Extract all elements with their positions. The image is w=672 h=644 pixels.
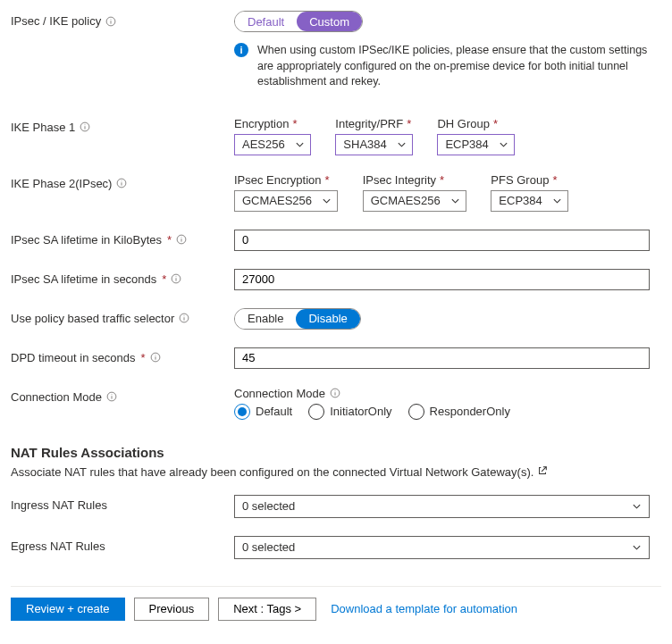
radio-icon [308, 404, 324, 420]
required-asterisk: * [167, 233, 172, 247]
phase2-label: IKE Phase 2(IPsec) [11, 177, 112, 190]
phase1-dhgroup-dropdown[interactable]: ECP384 [437, 134, 514, 155]
chevron-down-icon [632, 501, 642, 511]
phase1-encryption-dropdown[interactable]: AES256 [234, 134, 311, 155]
ingress-nat-dropdown[interactable]: 0 selected [234, 495, 650, 518]
phase2-encryption-value: GCMAES256 [242, 194, 312, 207]
conn-mode-responder[interactable]: ResponderOnly [408, 404, 510, 420]
traffic-selector-disable[interactable]: Disable [296, 309, 359, 329]
svg-point-4 [85, 124, 86, 125]
traffic-selector-label: Use policy based traffic selector [11, 312, 174, 325]
required-asterisk: * [325, 173, 330, 187]
phase1-dhgroup-label: DH Group [437, 117, 490, 130]
egress-nat-dropdown[interactable]: 0 selected [234, 536, 650, 559]
ipsec-policy-toggle[interactable]: Default Custom [234, 11, 363, 32]
required-asterisk: * [440, 173, 444, 187]
sa-sec-label: IPsec SA lifetime in seconds [11, 272, 156, 286]
info-bubble-icon: i [234, 43, 248, 57]
phase1-integrity-label: Integrity/PRF [335, 117, 403, 130]
info-icon[interactable] [115, 177, 128, 189]
svg-point-1 [111, 19, 112, 20]
phase1-encryption-label: Encryption [234, 117, 289, 130]
info-icon[interactable] [178, 312, 190, 324]
phase1-integrity-dropdown[interactable]: SHA384 [335, 134, 412, 155]
chevron-down-icon [450, 196, 460, 205]
svg-point-10 [181, 237, 182, 238]
review-create-button[interactable]: Review + create [11, 598, 125, 621]
phase2-integrity-dropdown[interactable]: GCMAES256 [363, 190, 466, 212]
phase1-label: IKE Phase 1 [11, 121, 75, 134]
nat-subtext: Associate NAT rules that have already be… [11, 465, 533, 479]
phase1-integrity-value: SHA384 [343, 138, 386, 151]
info-icon[interactable] [175, 233, 188, 246]
previous-button[interactable]: Previous [134, 598, 210, 621]
next-button[interactable]: Next : Tags > [218, 598, 316, 621]
svg-point-7 [122, 180, 122, 181]
ingress-nat-value: 0 selected [242, 499, 295, 513]
phase2-pfs-value: ECP384 [499, 194, 542, 207]
chevron-down-icon [295, 139, 305, 149]
phase1-encryption-value: AES256 [242, 138, 285, 151]
conn-mode-initiator-label: InitiatorOnly [330, 405, 391, 418]
sa-kb-input[interactable] [234, 230, 650, 251]
sa-kb-label: IPsec SA lifetime in KiloBytes [11, 233, 162, 247]
info-icon[interactable] [105, 15, 117, 28]
phase2-integrity-value: GCMAES256 [371, 194, 441, 207]
svg-point-22 [111, 394, 112, 395]
required-asterisk: * [493, 117, 498, 130]
info-icon[interactable] [170, 272, 182, 285]
phase2-pfs-dropdown[interactable]: ECP384 [491, 190, 567, 212]
download-template-link[interactable]: Download a template for automation [331, 602, 517, 615]
ingress-nat-label: Ingress NAT Rules [11, 498, 107, 512]
nat-heading: NAT Rules Associations [11, 445, 661, 460]
conn-mode-group-label: Connection Mode [234, 387, 325, 400]
chevron-down-icon [322, 196, 332, 205]
dpd-label: DPD timeout in seconds [11, 351, 135, 364]
info-icon[interactable] [79, 121, 91, 133]
svg-point-19 [155, 355, 155, 355]
traffic-selector-enable[interactable]: Enable [235, 309, 296, 329]
required-asterisk: * [162, 272, 166, 286]
info-icon[interactable] [329, 387, 341, 399]
ipsec-policy-info: When using custom IPSec/IKE policies, pl… [257, 43, 654, 90]
svg-point-25 [334, 390, 335, 391]
chevron-down-icon [552, 196, 562, 205]
conn-mode-default-label: Default [256, 405, 292, 418]
radio-icon [408, 404, 424, 420]
required-asterisk: * [292, 117, 297, 130]
phase2-integrity-label: IPsec Integrity [363, 173, 436, 187]
conn-mode-default[interactable]: Default [234, 404, 292, 420]
chevron-down-icon [632, 542, 642, 552]
phase1-dhgroup-value: ECP384 [445, 138, 488, 151]
info-icon[interactable] [149, 351, 162, 364]
chevron-down-icon [397, 139, 407, 149]
conn-mode-label: Connection Mode [11, 390, 102, 404]
phase2-encryption-dropdown[interactable]: GCMAES256 [234, 190, 338, 212]
required-asterisk: * [552, 173, 557, 187]
phase2-pfs-label: PFS Group [491, 173, 549, 187]
ipsec-policy-custom[interactable]: Custom [297, 12, 362, 31]
phase2-encryption-label: IPsec Encryption [234, 173, 322, 187]
traffic-selector-toggle[interactable]: Enable Disable [234, 308, 361, 330]
required-asterisk: * [140, 351, 145, 364]
conn-mode-responder-label: ResponderOnly [430, 405, 510, 418]
dpd-input[interactable] [234, 347, 650, 369]
egress-nat-label: Egress NAT Rules [11, 539, 105, 553]
radio-icon [234, 404, 250, 420]
conn-mode-initiator[interactable]: InitiatorOnly [308, 404, 391, 420]
required-asterisk: * [407, 117, 411, 130]
svg-point-13 [176, 276, 177, 277]
egress-nat-value: 0 selected [242, 540, 295, 554]
info-icon[interactable] [105, 390, 118, 403]
ipsec-policy-label: IPsec / IKE policy [11, 14, 101, 28]
svg-point-16 [184, 315, 185, 316]
ipsec-policy-default[interactable]: Default [235, 12, 297, 31]
chevron-down-icon [499, 139, 508, 149]
sa-sec-input[interactable] [234, 269, 650, 290]
external-link-icon[interactable] [537, 465, 548, 479]
